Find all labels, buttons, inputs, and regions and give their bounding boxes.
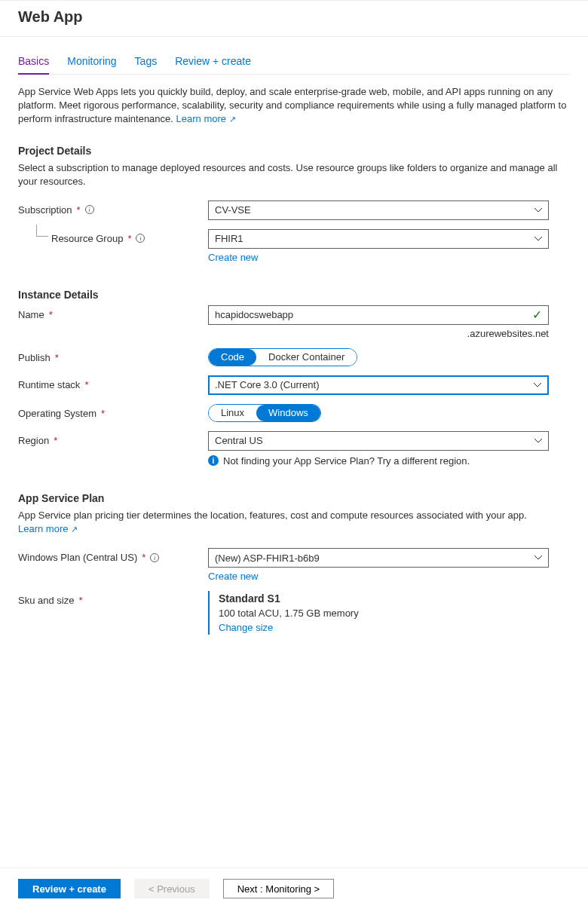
- create-new-rg-link[interactable]: Create new: [208, 252, 258, 263]
- change-size-link[interactable]: Change size: [219, 622, 273, 633]
- required-indicator: *: [78, 595, 82, 606]
- subscription-select[interactable]: CV-VSE: [208, 200, 549, 220]
- tab-monitoring[interactable]: Monitoring: [67, 52, 116, 75]
- info-icon[interactable]: i: [136, 234, 145, 243]
- required-indicator: *: [54, 435, 57, 446]
- region-select[interactable]: Central US: [208, 431, 549, 451]
- publish-docker-option[interactable]: Docker Container: [256, 349, 357, 366]
- info-filled-icon: i: [208, 455, 219, 466]
- resource-group-select[interactable]: FHIR1: [208, 229, 549, 249]
- tab-review-create[interactable]: Review + create: [175, 52, 251, 75]
- publish-code-option[interactable]: Code: [209, 349, 256, 366]
- os-label: Operating System: [18, 408, 96, 419]
- resource-group-label: Resource Group: [51, 233, 123, 244]
- subscription-label: Subscription: [18, 204, 72, 216]
- region-hint: Not finding your App Service Plan? Try a…: [223, 455, 470, 467]
- name-label: Name: [18, 309, 44, 320]
- tabs: Basics Monitoring Tags Review + create: [18, 37, 570, 75]
- chevron-down-icon: [534, 383, 541, 387]
- page-title: Web App: [18, 8, 570, 26]
- info-icon[interactable]: i: [150, 553, 159, 562]
- required-indicator: *: [101, 408, 105, 419]
- required-indicator: *: [55, 352, 59, 363]
- os-windows-option[interactable]: Windows: [256, 405, 320, 421]
- name-suffix: .azurewebsites.net: [208, 325, 549, 339]
- plan-learn-more-link[interactable]: Learn more ↗: [18, 523, 78, 534]
- required-indicator: *: [49, 309, 53, 320]
- chevron-down-icon: [534, 439, 542, 443]
- sku-desc: 100 total ACU, 1.75 GB memory: [219, 604, 549, 619]
- region-label: Region: [18, 435, 49, 446]
- windows-plan-select[interactable]: (New) ASP-FHIR1-b6b9: [208, 548, 549, 568]
- required-indicator: *: [142, 552, 145, 563]
- required-indicator: *: [127, 233, 131, 244]
- os-linux-option[interactable]: Linux: [209, 405, 256, 421]
- sku-info: Standard S1 100 total ACU, 1.75 GB memor…: [208, 591, 549, 635]
- tab-tags[interactable]: Tags: [135, 52, 158, 75]
- chevron-down-icon: [534, 208, 542, 213]
- external-link-icon: ↗: [71, 525, 78, 534]
- info-icon[interactable]: i: [85, 205, 94, 214]
- app-service-plan-heading: App Service Plan: [18, 471, 570, 504]
- intro-text: App Service Web Apps lets you quickly bu…: [18, 75, 570, 134]
- instance-details-heading: Instance Details: [18, 268, 570, 301]
- app-service-plan-desc: App Service plan pricing tier determines…: [18, 504, 570, 543]
- chevron-down-icon: [534, 237, 542, 241]
- runtime-label: Runtime stack: [18, 379, 80, 390]
- project-details-heading: Project Details: [18, 134, 570, 157]
- os-toggle: Linux Windows: [208, 404, 321, 422]
- learn-more-link[interactable]: Learn more ↗: [176, 113, 236, 124]
- check-icon: ✓: [532, 308, 542, 322]
- tab-basics[interactable]: Basics: [18, 52, 49, 75]
- required-indicator: *: [84, 379, 88, 390]
- publish-label: Publish: [18, 352, 51, 363]
- name-input[interactable]: hcapidocswebapp ✓: [208, 305, 549, 325]
- windows-plan-label: Windows Plan (Central US): [18, 552, 137, 563]
- sku-name: Standard S1: [219, 592, 549, 604]
- required-indicator: *: [77, 204, 81, 216]
- external-link-icon: ↗: [229, 115, 236, 124]
- project-details-desc: Select a subscription to manage deployed…: [18, 157, 570, 196]
- chevron-down-icon: [534, 556, 542, 560]
- tree-line-icon: [36, 225, 48, 237]
- create-new-plan-link[interactable]: Create new: [208, 571, 258, 582]
- runtime-select[interactable]: .NET Core 3.0 (Current): [208, 375, 549, 395]
- sku-label: Sku and size: [18, 595, 74, 606]
- publish-toggle: Code Docker Container: [208, 348, 357, 366]
